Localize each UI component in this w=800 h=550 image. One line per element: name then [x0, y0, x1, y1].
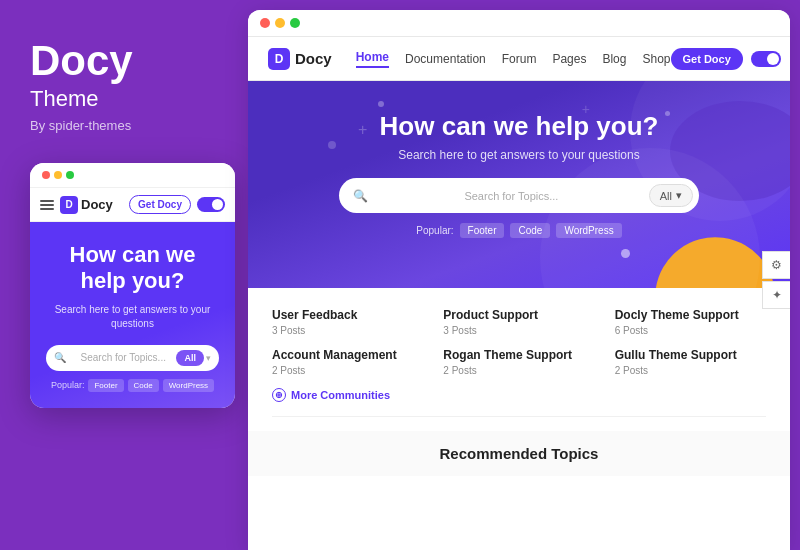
desktop-search-all-dropdown[interactable]: All ▾ — [649, 184, 693, 207]
desktop-logo-icon: D — [268, 48, 290, 70]
mobile-popular-label: Popular: — [51, 380, 85, 390]
mobile-toggle-knob — [212, 199, 223, 210]
mobile-dot-green — [66, 171, 74, 179]
recommended-section: Recommended Topics — [248, 431, 790, 476]
community-posts: 2 Posts — [272, 365, 423, 376]
community-item-rogan: Rogan Theme Support 2 Posts — [443, 348, 594, 376]
dropdown-chevron-icon: ▾ — [676, 189, 682, 202]
nav-link-pages[interactable]: Pages — [552, 52, 586, 66]
left-panel: Docy Theme By spider-themes D Docy Get D… — [0, 0, 248, 550]
desktop-tag-wordpress[interactable]: WordPress — [556, 223, 621, 238]
mobile-dot-yellow — [54, 171, 62, 179]
mobile-search-dropdown-arrow: ▾ — [206, 353, 211, 363]
community-item-product-support: Product Support 3 Posts — [443, 308, 594, 336]
mobile-window-dots — [42, 171, 74, 179]
community-name: Account Management — [272, 348, 423, 362]
desktop-popular-section: Popular: Footer Code WordPress — [268, 223, 770, 238]
brand-title: Docy — [30, 40, 218, 82]
widget-expand-icon[interactable]: ✦ — [762, 281, 790, 309]
mobile-search-placeholder[interactable]: Search for Topics... — [70, 352, 176, 363]
right-widget-bar: ⚙ ✦ — [762, 251, 790, 309]
communities-grid: User Feedback 3 Posts Product Support 3 … — [272, 308, 766, 376]
desktop-get-docy-button[interactable]: Get Docy — [671, 48, 743, 70]
community-posts: 3 Posts — [443, 325, 594, 336]
desktop-dot-green — [290, 18, 300, 28]
content-divider — [272, 416, 766, 417]
desktop-tag-code[interactable]: Code — [510, 223, 550, 238]
desktop-hero: + + How can we help you? Search here to … — [248, 81, 790, 288]
community-name: Product Support — [443, 308, 594, 322]
widget-settings-icon[interactable]: ⚙ — [762, 251, 790, 279]
desktop-toggle-knob — [767, 53, 779, 65]
desktop-tag-footer[interactable]: Footer — [460, 223, 505, 238]
community-item-docly-theme: Docly Theme Support 6 Posts — [615, 308, 766, 336]
desktop-mockup: D Docy Home Documentation Forum Pages Bl… — [248, 10, 790, 550]
community-name: User Feedback — [272, 308, 423, 322]
recommended-title: Recommended Topics — [272, 445, 766, 462]
desktop-popular-label: Popular: — [416, 225, 453, 236]
desktop-logo-text: Docy — [295, 50, 332, 67]
desktop-search-placeholder[interactable]: Search for Topics... — [374, 190, 649, 202]
mobile-mockup: D Docy Get Docy How can we help you? Sea… — [30, 163, 235, 408]
hero-decor-dot-4 — [621, 249, 630, 258]
desktop-search-nav-icon[interactable]: 🔍 — [789, 51, 790, 66]
desktop-content: User Feedback 3 Posts Product Support 3 … — [248, 288, 790, 550]
mobile-tag-wordpress[interactable]: WordPress — [163, 379, 214, 392]
brand-subtitle: Theme — [30, 86, 218, 112]
mobile-search-icon: 🔍 — [54, 352, 66, 363]
community-item-account: Account Management 2 Posts — [272, 348, 423, 376]
mobile-popular-section: Popular: Footer Code WordPress — [46, 379, 219, 392]
mobile-search-all-button[interactable]: All — [176, 350, 204, 366]
mobile-search-bar: 🔍 Search for Topics... All ▾ — [46, 345, 219, 371]
community-posts: 6 Posts — [615, 325, 766, 336]
desktop-search-all-label: All — [660, 190, 672, 202]
mobile-topbar — [30, 163, 235, 188]
brand-by: By spider-themes — [30, 118, 218, 133]
desktop-nav-links: Home Documentation Forum Pages Blog Shop — [356, 50, 671, 68]
desktop-dot-red — [260, 18, 270, 28]
community-posts: 2 Posts — [615, 365, 766, 376]
desktop-search-bar: 🔍 Search for Topics... All ▾ — [339, 178, 699, 213]
nav-link-forum[interactable]: Forum — [502, 52, 537, 66]
community-name: Rogan Theme Support — [443, 348, 594, 362]
nav-link-shop[interactable]: Shop — [642, 52, 670, 66]
desktop-hero-title: How can we help you? — [268, 111, 770, 142]
community-name: Gullu Theme Support — [615, 348, 766, 362]
mobile-hero: How can we help you? Search here to get … — [30, 222, 235, 408]
more-communities-label: More Communities — [291, 389, 390, 401]
nav-link-home[interactable]: Home — [356, 50, 389, 68]
community-posts: 3 Posts — [272, 325, 423, 336]
hero-decor-dot-1 — [378, 101, 384, 107]
community-item-user-feedback: User Feedback 3 Posts — [272, 308, 423, 336]
mobile-dot-red — [42, 171, 50, 179]
hamburger-menu-icon[interactable] — [40, 200, 54, 210]
community-posts: 2 Posts — [443, 365, 594, 376]
desktop-navbar: D Docy Home Documentation Forum Pages Bl… — [248, 37, 790, 81]
more-communities-link[interactable]: ⊕ More Communities — [272, 388, 766, 402]
community-item-gullu: Gullu Theme Support 2 Posts — [615, 348, 766, 376]
mobile-logo-text: Docy — [81, 197, 113, 212]
mobile-tag-footer[interactable]: Footer — [88, 379, 123, 392]
mobile-hero-title: How can we help you? — [46, 242, 219, 295]
desktop-search-bar-icon: 🔍 — [353, 189, 368, 203]
mobile-logo: D Docy — [60, 196, 113, 214]
desktop-nav-actions: Get Docy 🔍 — [671, 48, 790, 70]
desktop-titlebar — [248, 10, 790, 37]
mobile-tag-code[interactable]: Code — [128, 379, 159, 392]
desktop-dark-mode-toggle[interactable] — [751, 51, 781, 67]
desktop-logo: D Docy — [268, 48, 332, 70]
desktop-hero-subtitle: Search here to get answers to your quest… — [268, 148, 770, 162]
mobile-dark-mode-toggle[interactable] — [197, 197, 225, 212]
mobile-get-docy-button[interactable]: Get Docy — [129, 195, 191, 214]
desktop-dot-yellow — [275, 18, 285, 28]
mobile-hero-subtitle: Search here to get answers to your quest… — [46, 303, 219, 331]
community-name: Docly Theme Support — [615, 308, 766, 322]
nav-link-documentation[interactable]: Documentation — [405, 52, 486, 66]
nav-link-blog[interactable]: Blog — [602, 52, 626, 66]
mobile-logo-icon: D — [60, 196, 78, 214]
more-communities-icon: ⊕ — [272, 388, 286, 402]
